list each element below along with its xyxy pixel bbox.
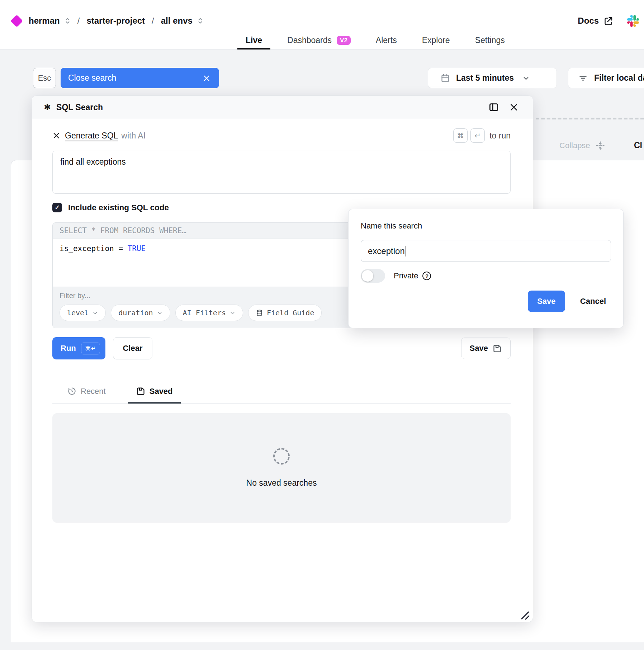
collapse-label: Collapse [559,141,590,150]
floppy-disk-icon [492,344,502,353]
tab-recent-label: Recent [81,387,106,396]
search-history-tabs: Recent Saved [52,382,511,404]
close-icon[interactable] [203,74,210,82]
private-toggle-row: Private ? [361,269,611,283]
empty-state-label: No saved searches [246,478,317,488]
to-run-label: to run [489,131,511,141]
sql-code-field: is_exception [60,244,114,253]
help-question-icon[interactable]: ? [422,272,431,280]
nav-tab-live[interactable]: Live [237,31,270,49]
popover-cancel-label: Cancel [580,297,606,306]
sql-search-modal-header: ✱ SQL Search [32,96,533,119]
sql-code-keyword: TRUE [128,244,146,253]
tab-saved[interactable]: Saved [128,382,181,403]
database-icon [256,309,263,317]
v2-badge: V2 [337,36,351,45]
saved-searches-empty-state: No saved searches [52,413,511,523]
filter-pill-ai-filters-label: AI Filters [183,308,226,317]
include-sql-label: Include existing SQL code [68,203,169,212]
nav-tab-alerts[interactable]: Alerts [368,31,405,49]
filter-local-button[interactable]: Filter local da [568,68,644,88]
popover-save-label: Save [537,297,555,306]
docs-link[interactable]: Docs [578,16,613,26]
toggle-knob [362,270,373,282]
chevron-down-icon [522,74,530,82]
filter-local-label: Filter local da [594,73,644,83]
background-dashed-divider [536,118,644,119]
breadcrumb: herman / starter-project / all envs [12,11,203,31]
docs-label: Docs [578,16,599,26]
with-ai-label: with AI [121,131,146,141]
breadcrumb-separator: / [77,16,80,26]
filter-pill-ai-filters[interactable]: AI Filters [175,305,243,321]
nav-tab-alerts-label: Alerts [376,36,397,45]
modal-title: SQL Search [56,103,103,112]
generate-sql-link[interactable]: Generate SQL [65,131,118,141]
run-button-label: Run [61,344,76,353]
checkbox-checked-icon[interactable]: ✓ [52,203,62,212]
chevron-down-icon [229,310,236,316]
slack-icon[interactable] [627,15,639,27]
background-collapse-control[interactable]: Collapse [559,141,605,151]
esc-key-hint: Esc [33,68,56,88]
filter-pill-duration-label: duration [118,308,153,317]
text-cursor [406,246,406,256]
generate-sql-row: Generate SQL with AI ⌘ ↵ to run [52,128,511,143]
history-icon [67,386,77,396]
chevron-down-icon [157,310,163,316]
time-range-label: Last 5 minutes [456,73,514,83]
brand-logo-diamond-icon[interactable] [10,14,23,27]
chevron-down-icon [92,310,98,316]
sparkle-asterisk-icon: ✱ [44,102,51,112]
nav-tab-dashboards[interactable]: Dashboards V2 [279,31,359,49]
save-search-button[interactable]: Save [461,338,511,359]
nav-tab-live-label: Live [246,36,262,45]
resize-handle[interactable] [518,608,530,620]
search-name-input[interactable]: exception [361,240,611,262]
split-panel-icon[interactable] [488,102,499,113]
collapse-icon [595,141,605,151]
clear-button[interactable]: Clear [113,337,152,359]
ai-prompt-input[interactable]: find all exceptions [52,151,511,194]
breadcrumb-project[interactable]: starter-project [86,16,145,26]
nav-tab-settings-label: Settings [475,36,505,45]
chevron-selector-icon[interactable] [65,17,71,25]
popover-actions: Save Cancel [361,291,611,312]
field-guide-label: Field Guide [267,308,314,317]
run-button[interactable]: Run ⌘↵ [52,337,105,359]
private-label: Private [394,271,418,281]
private-toggle[interactable] [361,269,385,283]
field-guide-button[interactable]: Field Guide [248,305,322,321]
breadcrumb-separator: / [152,16,154,26]
breadcrumb-env[interactable]: all envs [161,16,193,26]
modal-close-icon[interactable] [509,103,518,112]
sql-search-modal: ✱ SQL Search Generate SQL with AI ⌘ ↵ [32,95,533,622]
background-clipped-label: Cl [634,141,642,150]
enter-key-icon: ↵ [470,128,485,143]
nav-tab-explore[interactable]: Explore [414,31,458,49]
filter-lines-icon [578,74,588,83]
close-search-label: Close search [68,73,116,83]
tab-recent[interactable]: Recent [59,382,114,403]
close-search-button[interactable]: Close search [61,68,219,88]
popover-save-button[interactable]: Save [528,291,565,312]
breadcrumb-org[interactable]: herman [29,16,60,26]
chevron-selector-icon[interactable] [197,17,203,25]
top-header-bar: herman / starter-project / all envs Docs [0,0,644,50]
nav-tab-settings[interactable]: Settings [467,31,513,49]
sql-code-operator: = [118,244,123,253]
time-range-picker[interactable]: Last 5 minutes [428,68,557,88]
editor-actions-row: Run ⌘↵ Clear Save [52,337,511,359]
popover-cancel-button[interactable]: Cancel [580,297,606,306]
floppy-disk-icon [136,386,146,396]
filter-pill-level[interactable]: level [60,305,106,321]
nav-tab-explore-label: Explore [422,36,450,45]
clear-button-label: Clear [123,344,142,353]
cmd-key-icon: ⌘ [453,128,468,143]
name-search-popover: Name this search exception Private ? Sav… [348,209,624,328]
dismiss-generate-icon[interactable] [52,132,60,140]
app-window: herman / starter-project / all envs Docs [0,0,644,650]
filter-pill-duration[interactable]: duration [111,305,170,321]
esc-key-label: Esc [38,74,51,83]
save-search-label: Save [470,344,488,353]
